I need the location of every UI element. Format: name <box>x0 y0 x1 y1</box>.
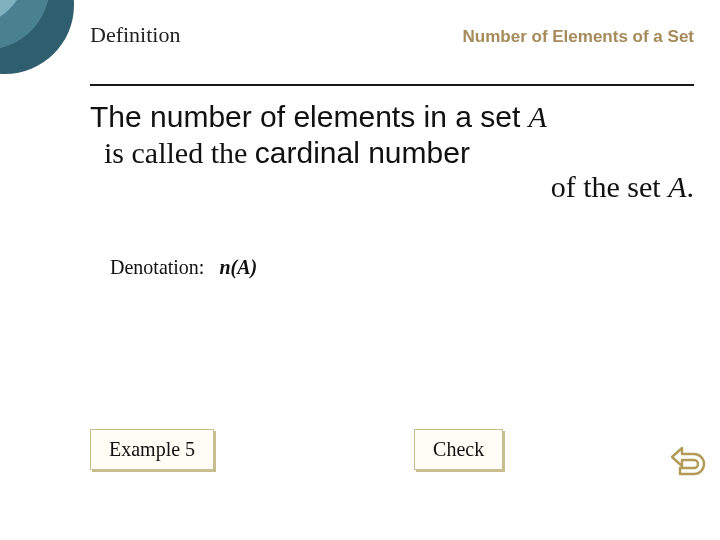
slide-header: Definition Number of Elements of a Set <box>90 22 694 48</box>
set-variable-a: A <box>529 100 547 133</box>
definition-line-3-suffix: . <box>687 170 695 203</box>
definition-line-3: of the set A. <box>90 170 694 204</box>
definition-line-2: is called the cardinal number <box>104 136 694 170</box>
topic-title: Number of Elements of a Set <box>463 27 694 47</box>
definition-line-3-prefix: of the set <box>551 170 668 203</box>
set-variable-a-2: A <box>668 170 686 203</box>
example-button[interactable]: Example 5 <box>90 429 214 470</box>
definition-line-1-text: The number of elements in a set <box>90 100 529 133</box>
definition-body: The number of elements in a set A is cal… <box>90 100 694 204</box>
definition-label: Definition <box>90 22 180 48</box>
check-button[interactable]: Check <box>414 429 503 470</box>
cardinal-number-term: cardinal number <box>255 136 470 169</box>
header-divider <box>90 84 694 86</box>
definition-line-1: The number of elements in a set A <box>90 100 694 134</box>
denotation-row: Denotation: n(A) <box>110 256 257 279</box>
denotation-label: Denotation: <box>110 256 204 278</box>
return-icon[interactable] <box>670 446 708 476</box>
definition-line-2-lead: is called the <box>104 136 255 169</box>
button-row: Example 5 Check <box>90 429 694 470</box>
corner-ornament <box>0 0 80 80</box>
denotation-value: n(A) <box>219 256 257 278</box>
